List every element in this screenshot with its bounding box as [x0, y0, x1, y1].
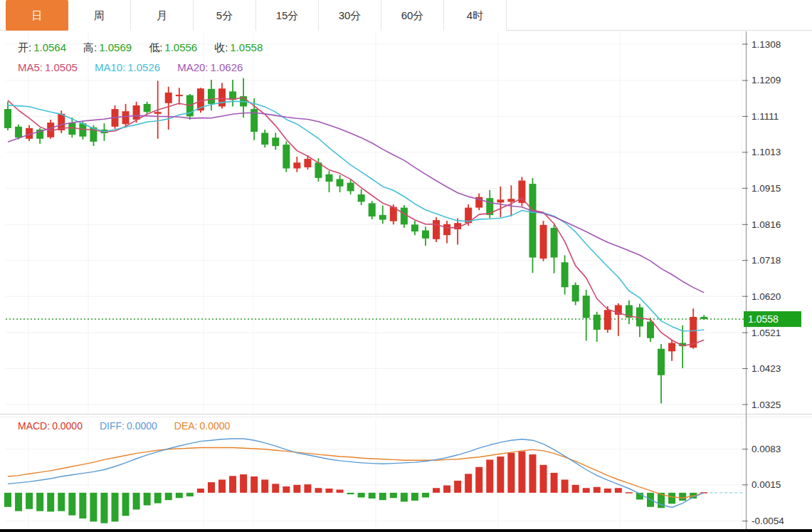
price-axis-label: 1.1111 — [752, 111, 779, 122]
tab-60分[interactable]: 60分 — [381, 0, 444, 31]
close-label: 收: — [214, 41, 228, 55]
ma20-value: 1.0626 — [211, 61, 243, 73]
macd-panel-area[interactable] — [6, 417, 746, 528]
tab-4时[interactable]: 4时 — [444, 0, 507, 31]
macd-axis-label: 0.0015 — [752, 479, 781, 490]
price-axis-label: 1.1013 — [752, 147, 781, 157]
current-price-pill-text: 1.0558 — [748, 313, 779, 325]
tab-周[interactable]: 周 — [68, 0, 131, 31]
main-chart-area[interactable] — [6, 31, 746, 414]
macd-readout: MACD:0.0000 DIFF:0.0000 DEA:0.0000 — [18, 420, 247, 432]
chart-canvas[interactable]: 1.13081.12091.11111.10131.09151.08161.07… — [0, 0, 812, 532]
low-value: 1.0556 — [164, 41, 197, 55]
open-value: 1.0564 — [33, 41, 66, 55]
price-axis-label: 1.0816 — [752, 219, 781, 230]
diff-label: DIFF: — [100, 420, 125, 432]
ohlc-readout: 开:1.0564 高:1.0569 低:1.0556 收:1.0558 — [18, 41, 280, 55]
bottom-border — [0, 529, 812, 532]
ma20-label: MA20: — [177, 61, 208, 73]
diff-value: 0.0000 — [127, 420, 157, 432]
ma5-label: MA5: — [18, 61, 43, 73]
trading-chart-window: 1.13081.12091.11111.10131.09151.08161.07… — [0, 0, 812, 532]
price-axis-label: 1.1308 — [752, 39, 781, 50]
price-axis-label: 1.0915 — [752, 183, 781, 194]
ma5-value: 1.0505 — [45, 61, 78, 73]
high-label: 高: — [83, 41, 97, 55]
dea-value: 0.0000 — [199, 420, 230, 432]
price-axis-label: 1.0521 — [752, 328, 781, 338]
dea-label: DEA: — [174, 420, 198, 432]
macd-value: 0.0000 — [52, 420, 83, 432]
ma10-label: MA10: — [95, 61, 125, 73]
low-label: 低: — [149, 41, 162, 55]
ma-readout: MA5:1.0505 MA10:1.0526 MA20:1.0626 — [18, 61, 260, 73]
price-axis-label: 1.0423 — [752, 363, 781, 374]
price-axis-label: 1.0325 — [752, 400, 781, 410]
tab-5分[interactable]: 5分 — [194, 0, 256, 31]
close-value: 1.0558 — [230, 41, 263, 55]
tab-15分[interactable]: 15分 — [256, 0, 319, 31]
timeframe-tabbar: 日周月5分15分30分60分4时 — [0, 0, 812, 31]
tab-日[interactable]: 日 — [6, 0, 68, 31]
price-axis-label: 1.0718 — [752, 255, 781, 266]
ma10-value: 1.0526 — [127, 61, 160, 73]
macd-label: MACD: — [18, 420, 50, 432]
open-label: 开: — [18, 41, 31, 55]
price-axis-label: 1.0620 — [752, 291, 781, 302]
tab-30分[interactable]: 30分 — [319, 0, 381, 31]
macd-axis-label: 0.0083 — [752, 444, 781, 454]
high-value: 1.0569 — [99, 41, 132, 55]
tab-月[interactable]: 月 — [131, 0, 194, 31]
price-axis-label: 1.1209 — [752, 75, 781, 85]
macd-axis-label: -0.0054 — [752, 516, 784, 526]
